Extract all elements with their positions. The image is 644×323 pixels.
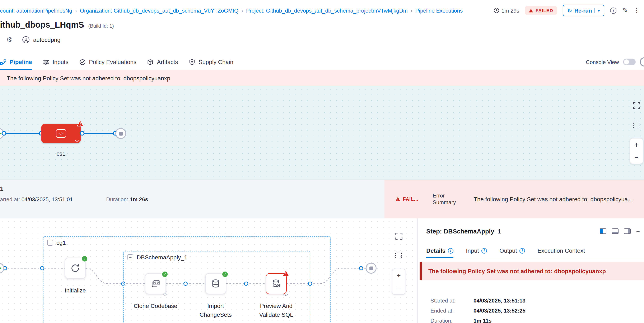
graph-end-node <box>366 263 376 274</box>
kebab-icon: ⋮ <box>634 7 640 14</box>
step-node-preview-validate-sql[interactable] <box>266 273 287 294</box>
tab-artifacts[interactable]: Artifacts <box>147 54 178 70</box>
fail-chip: FAIL... <box>395 197 418 202</box>
play-icon <box>0 131 2 136</box>
tab-details[interactable]: Details i <box>426 243 454 258</box>
stage-node-label: cs1 <box>41 150 81 157</box>
more-options-button[interactable]: ⋮ <box>634 7 640 14</box>
tab-label: Policy Evaluations <box>89 59 136 65</box>
fullscreen-button[interactable] <box>632 101 641 110</box>
success-check-icon: ✓ <box>222 271 228 278</box>
tab-supply-chain[interactable]: Supply Chain <box>189 54 234 70</box>
breadcrumb-pipeline-executions[interactable]: Pipeline Executions <box>416 7 463 14</box>
chevron-down-icon: ▾ <box>594 8 600 13</box>
field-value: 1m 11s <box>474 317 492 323</box>
success-check-icon: ✓ <box>81 255 88 262</box>
fail-chip-label: FAIL... <box>403 197 418 202</box>
tab-execution-context[interactable]: Execution Context <box>538 243 585 258</box>
zoom-in-button[interactable]: + <box>634 141 638 148</box>
breadcrumb-separator-icon: › <box>75 7 77 14</box>
step-panel-tabs: Details i Input i Output i Execution Con… <box>418 243 644 258</box>
marquee-select-button[interactable] <box>395 252 402 258</box>
clock-icon <box>494 8 500 14</box>
minimize-panel-button[interactable]: − <box>636 228 640 235</box>
field-value: 04/03/2025, 13:52:25 <box>474 307 526 314</box>
connector-point <box>80 131 84 136</box>
fullscreen-button[interactable] <box>394 232 403 240</box>
stage-started-at: arted at: 04/03/2025, 13:51:01 <box>0 196 73 202</box>
success-check-icon: ✓ <box>161 271 168 278</box>
error-summary-label: Error Summary <box>433 192 460 206</box>
collapse-group-button[interactable]: − <box>47 240 53 246</box>
step-node-initialize[interactable]: ✓ <box>65 258 86 279</box>
expand-icon <box>395 232 402 239</box>
started-value: 04/03/2025, 13:51:01 <box>22 196 73 202</box>
tab-pipeline[interactable]: Pipeline <box>0 54 32 70</box>
refresh-icon <box>70 263 80 273</box>
step-node-clone-codebase[interactable]: ✓ <box>145 273 166 294</box>
policy-violation-banner: The following Policy Set was not adhered… <box>0 70 644 86</box>
console-view-toggle[interactable] <box>623 59 636 65</box>
collapse-group-button[interactable]: − <box>128 254 133 260</box>
field-label: Ended at: <box>430 307 474 314</box>
tab-input[interactable]: Input i <box>466 243 487 258</box>
field-row: Started at: 04/03/2025, 13:51:13 <box>430 297 526 304</box>
step-node-import-changesets[interactable]: ✓ <box>205 273 226 294</box>
stop-icon <box>369 266 373 270</box>
zoom-out-button[interactable]: − <box>634 154 638 161</box>
execution-graph-canvas: − cg1 − DBSchemaApply_1 ✓ Initialize ✓ <… <box>0 218 418 323</box>
layout-left-icon[interactable] <box>600 228 606 234</box>
clipped-circle-icon[interactable]: i <box>640 57 644 67</box>
tab-policy-evaluations[interactable]: Policy Evaluations <box>80 54 136 70</box>
zoom-in-button[interactable]: + <box>396 272 401 279</box>
step-error-text: The following Policy Set was not adhered… <box>428 268 606 274</box>
console-view-control: Console View i <box>586 54 644 70</box>
layout-right-icon[interactable] <box>624 228 631 234</box>
triggered-by-user: autocdpng <box>33 36 60 43</box>
pencil-icon: ✎ <box>622 7 628 14</box>
gear-icon[interactable]: ⚙ <box>6 36 12 44</box>
field-value: 04/03/2025, 13:51:13 <box>474 297 526 304</box>
stage-node-cs1[interactable]: </> </> <box>41 124 81 143</box>
breadcrumb-account[interactable]: count: automationPipelinesNg <box>0 7 72 14</box>
refresh-icon: ↻ <box>567 7 572 14</box>
edit-pipeline-button[interactable]: ✎ <box>622 7 628 14</box>
tab-inputs[interactable]: Inputs <box>43 54 68 70</box>
duration-label: Duration: <box>106 196 128 202</box>
breadcrumb-organization[interactable]: Organization: Github_db_devops_aut_db_sc… <box>80 7 238 14</box>
breadcrumb-project[interactable]: Project: Github_db_devops_aut_db_schema_… <box>246 7 408 14</box>
code-marker: </> <box>75 139 79 142</box>
meta-row: ⚙ autocdpng <box>6 36 60 44</box>
zoom-out-button[interactable]: − <box>396 284 401 291</box>
connector-line <box>6 133 39 134</box>
tab-label: Input <box>466 247 479 254</box>
code-marker: </> <box>283 293 288 297</box>
error-summary-message: The following Policy Set was not adhered… <box>474 196 633 202</box>
step-label-preview-validate-sql: Preview And Validate SQL <box>251 302 301 319</box>
layout-bottom-icon[interactable] <box>612 228 618 234</box>
group-cg1-label: − cg1 <box>47 239 66 246</box>
info-button[interactable]: i <box>610 7 617 14</box>
step-label-import-changesets: Import ChangeSets <box>193 302 239 319</box>
stage-duration: Duration: 1m 26s <box>106 196 148 202</box>
stage-summary-bar: 1 arted at: 04/03/2025, 13:51:01 Duratio… <box>0 179 644 218</box>
connector-line <box>84 133 113 134</box>
marquee-select-button[interactable] <box>633 122 640 128</box>
tab-label: Pipeline <box>10 59 32 65</box>
rerun-label: Re-run <box>574 7 592 14</box>
breadcrumb-separator-icon: › <box>410 7 412 14</box>
pipeline-execution-page: count: automationPipelinesNg › Organizat… <box>0 0 644 323</box>
tab-label: Inputs <box>52 59 68 65</box>
database-icon <box>211 279 221 289</box>
rerun-button[interactable]: ↻ Re-run ▾ <box>563 5 604 16</box>
stage-warning-icon <box>77 120 84 127</box>
topbar-actions: 1m 29s FAILED ↻ Re-run ▾ i ✎ ⋮ <box>494 5 644 16</box>
started-label: arted at: <box>0 196 20 202</box>
user-icon <box>22 36 30 43</box>
tab-output[interactable]: Output i <box>500 243 525 258</box>
info-icon: i <box>448 248 454 253</box>
duration-value: 1m 26s <box>130 196 148 202</box>
info-icon: i <box>482 248 487 253</box>
policy-violation-text: The following Policy Set was not adhered… <box>7 75 170 82</box>
tab-label: Artifacts <box>157 59 178 65</box>
